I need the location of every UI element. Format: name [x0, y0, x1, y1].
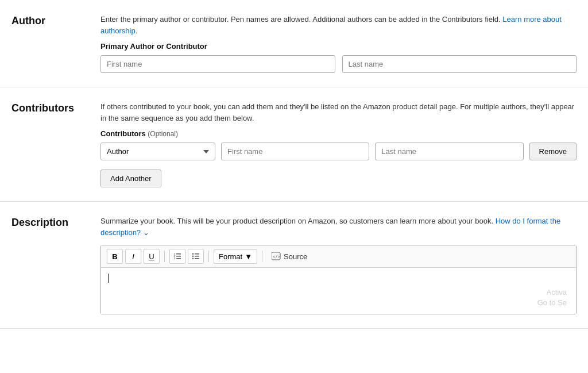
svg-rect-8	[195, 258, 199, 259]
svg-text:</>: </>	[273, 255, 280, 259]
svg-point-10	[192, 256, 194, 257]
page-container: Author Enter the primary author or contr…	[0, 0, 588, 329]
author-section-content: Enter the primary author or contributor.…	[100, 14, 577, 73]
bold-button[interactable]: B	[107, 249, 123, 264]
primary-author-label: Primary Author or Contributor	[100, 42, 577, 51]
editor-cursor	[108, 274, 109, 283]
svg-rect-7	[195, 256, 199, 257]
description-section-content: Summarize your book. This will be your p…	[100, 216, 577, 314]
primary-author-fields	[100, 55, 577, 73]
description-section: Description Summarize your book. This wi…	[0, 202, 588, 329]
contributors-section: Contributors If others contributed to yo…	[0, 87, 588, 202]
author-section-label: Author	[11, 14, 100, 73]
contributor-first-name-input[interactable]	[221, 143, 369, 160]
author-section: Author Enter the primary author or contr…	[0, 0, 588, 87]
svg-text:3: 3	[174, 257, 176, 260]
svg-point-9	[192, 253, 194, 255]
contributors-field-label: Contributors (Optional)	[100, 129, 577, 138]
unordered-list-icon	[192, 252, 200, 260]
contributors-section-label: Contributors	[11, 101, 100, 187]
description-description: Summarize your book. This will be your p…	[100, 216, 577, 238]
contributors-section-content: If others contributed to your book, you …	[100, 101, 577, 187]
underline-button[interactable]: U	[144, 249, 160, 264]
activate-watermark: Activa Go to Se	[537, 287, 567, 308]
svg-point-11	[192, 258, 194, 259]
unordered-list-button[interactable]	[188, 249, 204, 264]
author-description: Enter the primary author or contributor.…	[100, 14, 577, 36]
editor-toolbar: B I U 1 2 3	[101, 245, 576, 268]
contributor-row: Author Editor Illustrator Introduction F…	[100, 143, 577, 160]
chevron-down-icon: ⌄	[143, 228, 149, 237]
author-last-name-input[interactable]	[342, 55, 577, 73]
format-dropdown-button[interactable]: Format ▼	[214, 249, 257, 264]
contributor-role-select[interactable]: Author Editor Illustrator Introduction F…	[100, 143, 215, 160]
italic-button[interactable]: I	[125, 249, 141, 264]
toolbar-separator-2	[208, 251, 209, 262]
svg-rect-6	[195, 253, 199, 255]
svg-rect-1	[176, 256, 181, 257]
description-section-label: Description	[11, 216, 100, 314]
editor-body[interactable]: Activa Go to Se	[101, 268, 576, 314]
contributors-description: If others contributed to your book, you …	[100, 101, 577, 124]
svg-rect-0	[176, 253, 181, 255]
contributor-last-name-input[interactable]	[375, 143, 523, 160]
toolbar-separator-3	[262, 251, 262, 262]
source-button[interactable]: </> Source	[267, 250, 312, 263]
author-first-name-input[interactable]	[100, 55, 335, 73]
ordered-list-icon: 1 2 3	[173, 252, 181, 260]
format-chevron-icon: ▼	[245, 252, 252, 261]
svg-rect-2	[176, 258, 181, 259]
remove-contributor-button[interactable]: Remove	[529, 143, 577, 160]
ordered-list-button[interactable]: 1 2 3	[169, 249, 185, 264]
source-icon: </>	[272, 252, 281, 260]
description-editor: B I U 1 2 3	[100, 245, 577, 314]
toolbar-separator-1	[164, 251, 165, 262]
add-another-button[interactable]: Add Another	[100, 170, 161, 187]
